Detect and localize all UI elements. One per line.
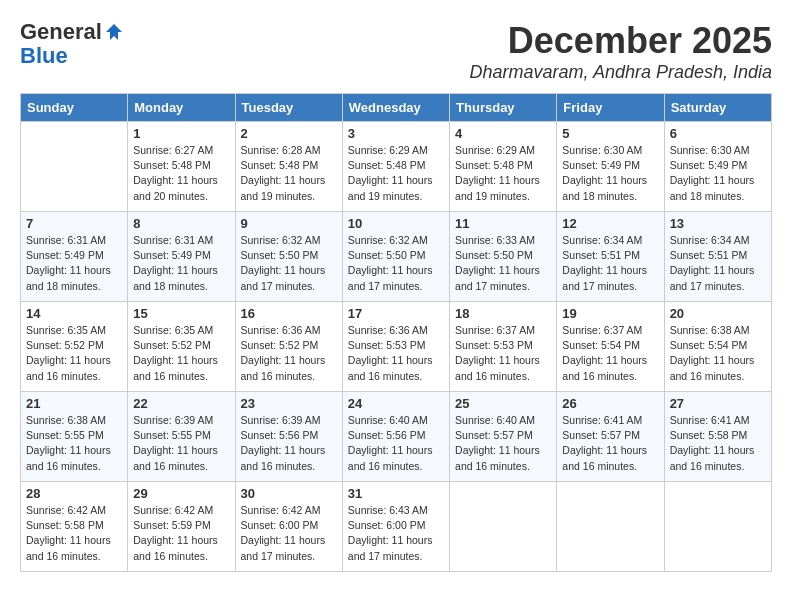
calendar-cell: 23Sunrise: 6:39 AM Sunset: 5:56 PM Dayli… [235,392,342,482]
column-header-tuesday: Tuesday [235,94,342,122]
cell-info: Sunrise: 6:38 AM Sunset: 5:55 PM Dayligh… [26,413,122,474]
calendar-cell: 2Sunrise: 6:28 AM Sunset: 5:48 PM Daylig… [235,122,342,212]
column-header-friday: Friday [557,94,664,122]
day-number: 20 [670,306,766,321]
cell-info: Sunrise: 6:42 AM Sunset: 5:58 PM Dayligh… [26,503,122,564]
day-number: 30 [241,486,337,501]
calendar-cell: 30Sunrise: 6:42 AM Sunset: 6:00 PM Dayli… [235,482,342,572]
day-number: 12 [562,216,658,231]
week-row: 21Sunrise: 6:38 AM Sunset: 5:55 PM Dayli… [21,392,772,482]
calendar-cell: 5Sunrise: 6:30 AM Sunset: 5:49 PM Daylig… [557,122,664,212]
calendar-table: SundayMondayTuesdayWednesdayThursdayFrid… [20,93,772,572]
day-number: 14 [26,306,122,321]
cell-info: Sunrise: 6:39 AM Sunset: 5:55 PM Dayligh… [133,413,229,474]
cell-info: Sunrise: 6:32 AM Sunset: 5:50 PM Dayligh… [241,233,337,294]
cell-info: Sunrise: 6:43 AM Sunset: 6:00 PM Dayligh… [348,503,444,564]
logo-icon [104,22,124,42]
cell-info: Sunrise: 6:42 AM Sunset: 6:00 PM Dayligh… [241,503,337,564]
day-number: 17 [348,306,444,321]
cell-info: Sunrise: 6:28 AM Sunset: 5:48 PM Dayligh… [241,143,337,204]
logo-general: General [20,20,102,44]
calendar-cell: 11Sunrise: 6:33 AM Sunset: 5:50 PM Dayli… [450,212,557,302]
column-header-sunday: Sunday [21,94,128,122]
cell-info: Sunrise: 6:29 AM Sunset: 5:48 PM Dayligh… [348,143,444,204]
cell-info: Sunrise: 6:37 AM Sunset: 5:53 PM Dayligh… [455,323,551,384]
title-block: December 2025 Dharmavaram, Andhra Prades… [470,20,772,83]
cell-info: Sunrise: 6:40 AM Sunset: 5:57 PM Dayligh… [455,413,551,474]
day-number: 25 [455,396,551,411]
week-row: 28Sunrise: 6:42 AM Sunset: 5:58 PM Dayli… [21,482,772,572]
cell-info: Sunrise: 6:30 AM Sunset: 5:49 PM Dayligh… [670,143,766,204]
calendar-cell: 9Sunrise: 6:32 AM Sunset: 5:50 PM Daylig… [235,212,342,302]
cell-info: Sunrise: 6:39 AM Sunset: 5:56 PM Dayligh… [241,413,337,474]
cell-info: Sunrise: 6:40 AM Sunset: 5:56 PM Dayligh… [348,413,444,474]
day-number: 4 [455,126,551,141]
week-row: 1Sunrise: 6:27 AM Sunset: 5:48 PM Daylig… [21,122,772,212]
logo: General Blue [20,20,124,68]
cell-info: Sunrise: 6:33 AM Sunset: 5:50 PM Dayligh… [455,233,551,294]
cell-info: Sunrise: 6:35 AM Sunset: 5:52 PM Dayligh… [133,323,229,384]
calendar-cell: 17Sunrise: 6:36 AM Sunset: 5:53 PM Dayli… [342,302,449,392]
calendar-cell: 4Sunrise: 6:29 AM Sunset: 5:48 PM Daylig… [450,122,557,212]
calendar-cell: 12Sunrise: 6:34 AM Sunset: 5:51 PM Dayli… [557,212,664,302]
week-row: 14Sunrise: 6:35 AM Sunset: 5:52 PM Dayli… [21,302,772,392]
calendar-cell: 14Sunrise: 6:35 AM Sunset: 5:52 PM Dayli… [21,302,128,392]
calendar-cell [557,482,664,572]
cell-info: Sunrise: 6:36 AM Sunset: 5:52 PM Dayligh… [241,323,337,384]
cell-info: Sunrise: 6:34 AM Sunset: 5:51 PM Dayligh… [562,233,658,294]
calendar-cell [450,482,557,572]
calendar-cell: 16Sunrise: 6:36 AM Sunset: 5:52 PM Dayli… [235,302,342,392]
calendar-cell: 21Sunrise: 6:38 AM Sunset: 5:55 PM Dayli… [21,392,128,482]
cell-info: Sunrise: 6:37 AM Sunset: 5:54 PM Dayligh… [562,323,658,384]
calendar-cell: 6Sunrise: 6:30 AM Sunset: 5:49 PM Daylig… [664,122,771,212]
cell-info: Sunrise: 6:31 AM Sunset: 5:49 PM Dayligh… [133,233,229,294]
calendar-cell: 15Sunrise: 6:35 AM Sunset: 5:52 PM Dayli… [128,302,235,392]
column-header-wednesday: Wednesday [342,94,449,122]
cell-info: Sunrise: 6:34 AM Sunset: 5:51 PM Dayligh… [670,233,766,294]
day-number: 8 [133,216,229,231]
column-header-thursday: Thursday [450,94,557,122]
calendar-cell [664,482,771,572]
column-header-saturday: Saturday [664,94,771,122]
header-row: SundayMondayTuesdayWednesdayThursdayFrid… [21,94,772,122]
cell-info: Sunrise: 6:41 AM Sunset: 5:58 PM Dayligh… [670,413,766,474]
calendar-cell: 1Sunrise: 6:27 AM Sunset: 5:48 PM Daylig… [128,122,235,212]
calendar-cell: 13Sunrise: 6:34 AM Sunset: 5:51 PM Dayli… [664,212,771,302]
page-header: General Blue December 2025 Dharmavaram, … [20,20,772,83]
cell-info: Sunrise: 6:31 AM Sunset: 5:49 PM Dayligh… [26,233,122,294]
week-row: 7Sunrise: 6:31 AM Sunset: 5:49 PM Daylig… [21,212,772,302]
day-number: 15 [133,306,229,321]
day-number: 18 [455,306,551,321]
day-number: 10 [348,216,444,231]
cell-info: Sunrise: 6:30 AM Sunset: 5:49 PM Dayligh… [562,143,658,204]
day-number: 5 [562,126,658,141]
day-number: 3 [348,126,444,141]
calendar-cell: 3Sunrise: 6:29 AM Sunset: 5:48 PM Daylig… [342,122,449,212]
day-number: 23 [241,396,337,411]
day-number: 19 [562,306,658,321]
day-number: 28 [26,486,122,501]
day-number: 11 [455,216,551,231]
day-number: 29 [133,486,229,501]
calendar-cell: 8Sunrise: 6:31 AM Sunset: 5:49 PM Daylig… [128,212,235,302]
cell-info: Sunrise: 6:38 AM Sunset: 5:54 PM Dayligh… [670,323,766,384]
cell-info: Sunrise: 6:27 AM Sunset: 5:48 PM Dayligh… [133,143,229,204]
location-title: Dharmavaram, Andhra Pradesh, India [470,62,772,83]
calendar-cell: 26Sunrise: 6:41 AM Sunset: 5:57 PM Dayli… [557,392,664,482]
calendar-cell: 10Sunrise: 6:32 AM Sunset: 5:50 PM Dayli… [342,212,449,302]
calendar-cell: 29Sunrise: 6:42 AM Sunset: 5:59 PM Dayli… [128,482,235,572]
cell-info: Sunrise: 6:29 AM Sunset: 5:48 PM Dayligh… [455,143,551,204]
day-number: 13 [670,216,766,231]
calendar-cell: 28Sunrise: 6:42 AM Sunset: 5:58 PM Dayli… [21,482,128,572]
calendar-cell [21,122,128,212]
day-number: 22 [133,396,229,411]
day-number: 21 [26,396,122,411]
calendar-cell: 19Sunrise: 6:37 AM Sunset: 5:54 PM Dayli… [557,302,664,392]
calendar-cell: 7Sunrise: 6:31 AM Sunset: 5:49 PM Daylig… [21,212,128,302]
calendar-cell: 24Sunrise: 6:40 AM Sunset: 5:56 PM Dayli… [342,392,449,482]
day-number: 24 [348,396,444,411]
cell-info: Sunrise: 6:36 AM Sunset: 5:53 PM Dayligh… [348,323,444,384]
day-number: 2 [241,126,337,141]
day-number: 31 [348,486,444,501]
cell-info: Sunrise: 6:32 AM Sunset: 5:50 PM Dayligh… [348,233,444,294]
